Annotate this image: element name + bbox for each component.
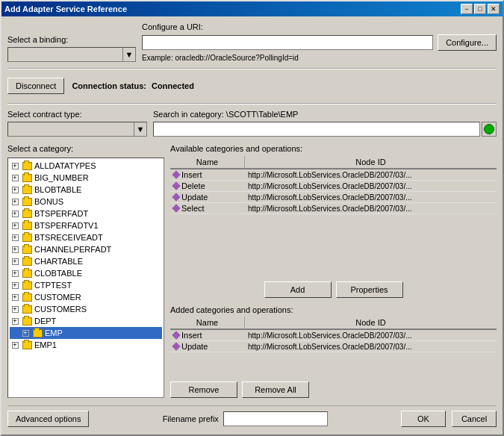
category-tree[interactable]: + ALLDATATYPES + BIG_NUMBER + BLOBTABLE bbox=[7, 158, 164, 398]
expand-emp[interactable]: + bbox=[20, 328, 31, 338]
separator-1 bbox=[7, 68, 497, 69]
add-button[interactable]: Add bbox=[264, 281, 332, 298]
expand-clobtable[interactable]: + bbox=[10, 268, 20, 278]
diamond-icon-added-update bbox=[172, 342, 180, 350]
remove-button[interactable]: Remove bbox=[170, 382, 237, 398]
contract-search-row: Select contract type: Client (Outbound o… bbox=[7, 110, 497, 137]
connection-status-value: Connected bbox=[152, 81, 194, 90]
diamond-icon-delete bbox=[172, 181, 180, 190]
added-col-name: Name bbox=[170, 317, 245, 329]
tree-item-clobtable[interactable]: + CLOBTABLE bbox=[10, 267, 162, 279]
expand-customers[interactable]: + bbox=[10, 304, 20, 314]
remove-all-button[interactable]: Remove All bbox=[242, 382, 309, 398]
uri-row: oracledb://adapter/ Configure... bbox=[142, 34, 497, 51]
advanced-options-button[interactable]: Advanced options bbox=[7, 411, 89, 427]
binding-input[interactable]: oracleDBBinding bbox=[7, 47, 123, 62]
tree-item-chartable[interactable]: + CHARTABLE bbox=[10, 255, 162, 267]
category-label: Select a category: bbox=[7, 144, 164, 153]
main-area: Select a category: + ALLDATATYPES + BIG_… bbox=[7, 144, 497, 398]
available-row-insert[interactable]: Insert http://Microsoft.LobServices.Orac… bbox=[170, 169, 497, 181]
search-button[interactable] bbox=[482, 122, 497, 137]
tree-item-btsperfadt[interactable]: + BTSPERFADT bbox=[10, 208, 162, 219]
tree-item-customers[interactable]: + CUSTOMERS bbox=[10, 303, 162, 315]
search-input[interactable] bbox=[153, 122, 480, 137]
tree-item-emp1[interactable]: + EMP1 bbox=[10, 339, 162, 351]
expand-chartable[interactable]: + bbox=[10, 256, 20, 267]
added-table-container[interactable]: Name Node ID Insert h bbox=[170, 317, 497, 376]
disconnect-button[interactable]: Disconnect bbox=[7, 78, 64, 94]
expand-big-number[interactable]: + bbox=[10, 172, 20, 183]
tree-item-customer[interactable]: + CUSTOMER bbox=[10, 291, 162, 303]
folder-icon-emp bbox=[32, 328, 43, 338]
main-content: Select a binding: oracleDBBinding ▼ Conf… bbox=[1, 16, 503, 435]
available-row-delete[interactable]: Delete http://Microsoft.LobServices.Orac… bbox=[170, 181, 497, 192]
expand-btsperfadt[interactable]: + bbox=[10, 208, 20, 219]
available-col-nodeid: Node ID bbox=[245, 156, 497, 169]
action-buttons: Add Properties bbox=[170, 281, 497, 298]
contract-input[interactable]: Client (Outbound operations) bbox=[7, 122, 134, 137]
right-panel: Available categories and operations: Nam… bbox=[170, 144, 497, 398]
available-table-area: Available categories and operations: Nam… bbox=[170, 144, 497, 274]
configure-button[interactable]: Configure... bbox=[438, 34, 497, 51]
search-label: Search in category: \SCOTT\Table\EMP bbox=[153, 110, 497, 119]
binding-dropdown-arrow[interactable]: ▼ bbox=[123, 47, 136, 62]
left-panel: Select a category: + ALLDATATYPES + BIG_… bbox=[7, 144, 164, 398]
tree-item-btsreceiveadt[interactable]: + BTSRECEIVEADT bbox=[10, 231, 162, 243]
diamond-icon-insert bbox=[172, 170, 180, 178]
contract-dropdown-arrow[interactable]: ▼ bbox=[134, 122, 147, 137]
added-table: Name Node ID Insert h bbox=[170, 317, 497, 352]
available-nodeid-select: http://Microsoft.LobServices.OracleDB/20… bbox=[245, 204, 497, 214]
cancel-button[interactable]: Cancel bbox=[452, 411, 497, 427]
added-table-header: Name Node ID bbox=[170, 317, 497, 330]
bottom-bar: Advanced options Filename prefix OracleD… bbox=[7, 405, 497, 429]
added-section: Added categories and operations: Name No… bbox=[170, 305, 497, 398]
binding-column: Select a binding: oracleDBBinding ▼ bbox=[7, 35, 136, 62]
available-row-select[interactable]: Select http://Microsoft.LobServices.Orac… bbox=[170, 203, 497, 214]
available-row-update[interactable]: Update http://Microsoft.LobServices.Orac… bbox=[170, 192, 497, 203]
folder-icon-bonus bbox=[22, 196, 32, 207]
expand-channelperfadt[interactable]: + bbox=[10, 244, 20, 255]
tree-item-dept[interactable]: + DEPT bbox=[10, 315, 162, 327]
expand-customer[interactable]: + bbox=[10, 292, 20, 302]
expand-emp1[interactable]: + bbox=[10, 340, 20, 350]
expand-bonus[interactable]: + bbox=[10, 196, 20, 207]
uri-example: Example: oracledb://OracleSource?Polling… bbox=[142, 54, 497, 62]
available-col-name: Name bbox=[170, 156, 245, 169]
added-nodeid-update: http://Microsoft.LobServices.OracleDB/20… bbox=[245, 342, 497, 352]
minimize-button[interactable]: − bbox=[461, 4, 473, 14]
connection-status-prefix: Connection status: bbox=[72, 81, 146, 90]
expand-btsperfadtv1[interactable]: + bbox=[10, 220, 20, 231]
tree-item-btsperfadtv1[interactable]: + BTSPERFADTV1 bbox=[10, 219, 162, 231]
expand-btsreceiveadt[interactable]: + bbox=[10, 232, 20, 243]
uri-label: Configure a URI: bbox=[142, 22, 497, 31]
folder-icon-alldatatypes bbox=[22, 161, 32, 171]
added-row-insert[interactable]: Insert http://Microsoft.LobServices.Orac… bbox=[170, 330, 497, 341]
tree-item-channelperfadt[interactable]: + CHANNELPERFADT bbox=[10, 243, 162, 255]
expand-ctptest[interactable]: + bbox=[10, 280, 20, 290]
added-row-update[interactable]: Update http://Microsoft.LobServices.Orac… bbox=[170, 341, 497, 352]
expand-alldatatypes[interactable]: + bbox=[10, 161, 20, 171]
tree-item-bonus[interactable]: + BONUS bbox=[10, 196, 162, 208]
maximize-button[interactable]: □ bbox=[474, 4, 486, 14]
added-nodeid-insert: http://Microsoft.LobServices.OracleDB/20… bbox=[245, 331, 497, 340]
available-nodeid-insert: http://Microsoft.LobServices.OracleDB/20… bbox=[245, 170, 497, 180]
available-table-container[interactable]: Name Node ID Insert h bbox=[170, 156, 497, 238]
separator-2 bbox=[7, 103, 497, 104]
folder-icon-customer bbox=[22, 292, 32, 302]
tree-item-big-number[interactable]: + BIG_NUMBER bbox=[10, 172, 162, 184]
uri-input[interactable]: oracledb://adapter/ bbox=[142, 35, 433, 50]
expand-blobtable[interactable]: + bbox=[10, 184, 20, 195]
available-label: Available categories and operations: bbox=[170, 144, 497, 153]
expand-dept[interactable]: + bbox=[10, 316, 20, 326]
close-button[interactable]: ✕ bbox=[488, 4, 500, 14]
tree-item-emp[interactable]: + EMP bbox=[10, 327, 162, 339]
available-table-body: Insert http://Microsoft.LobServices.Orac… bbox=[170, 169, 497, 214]
remove-buttons: Remove Remove All bbox=[170, 382, 497, 398]
filename-input[interactable]: OracleDBBinding bbox=[223, 411, 328, 426]
tree-item-alldatatypes[interactable]: + ALLDATATYPES bbox=[10, 160, 162, 172]
tree-item-blobtable[interactable]: + BLOBTABLE bbox=[10, 184, 162, 196]
properties-button[interactable]: Properties bbox=[336, 281, 403, 298]
contract-column: Select contract type: Client (Outbound o… bbox=[7, 110, 147, 137]
tree-item-ctptest[interactable]: + CTPTEST bbox=[10, 279, 162, 291]
ok-button[interactable]: OK bbox=[401, 411, 446, 427]
